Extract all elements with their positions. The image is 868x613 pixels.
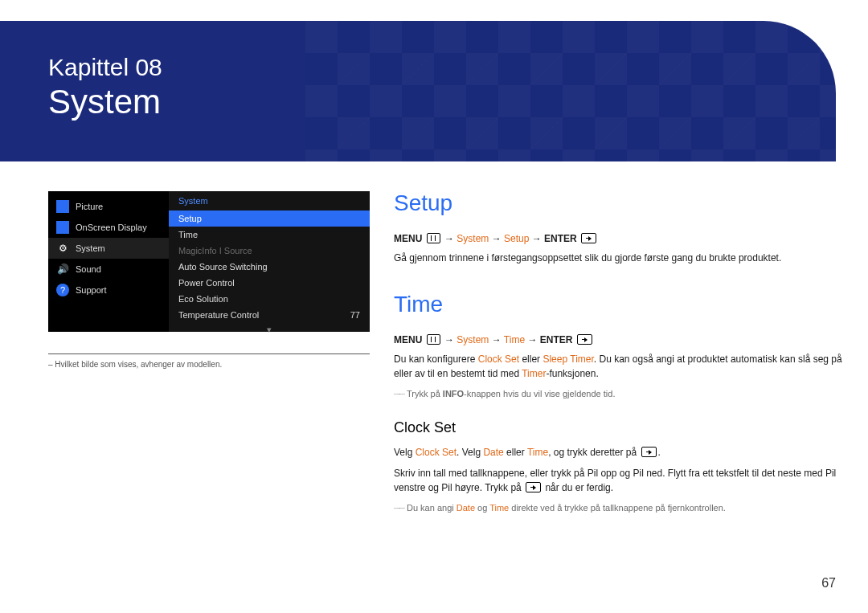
chapter-banner: Kapittel 08 System [0,21,836,161]
setup-path: MENU → System → Setup → ENTER [394,231,842,246]
date-term: Date [483,447,503,458]
enter-icon [581,233,596,243]
osd-item-label: Sound [76,264,101,274]
osd-row-label: Power Control [178,278,235,288]
osd-row-ecosolution: Eco Solution [169,291,370,307]
enter-icon [577,334,592,345]
chapter-label: Kapittel 08 [48,53,162,82]
text: når du er ferdig. [542,482,613,493]
osd-row-powercontrol: Power Control [169,275,370,291]
osd-row-label: Setup [178,214,202,223]
chevron-down-icon: ▾ [169,323,370,335]
time-term: Time [527,447,548,458]
clock-set-term: Clock Set [478,353,519,365]
osd-right-header: System [169,191,370,210]
clockset-hint: Du kan angi Date og Time direkte ved å t… [394,501,842,515]
osd-row-autosource: Auto Source Switching [169,259,370,275]
osd-row-label: Time [178,230,198,239]
text: Trykk på [407,389,443,398]
osd-row-label: MagicInfo I Source [178,246,252,255]
gear-icon [56,242,69,255]
picture-icon [56,200,69,213]
text: Du kan angi [407,503,457,513]
osd-item-system: System [48,238,169,259]
osd-item-label: OnScreen Display [76,223,147,232]
text: Skriv inn tall med tallknappene, eller t… [394,468,836,493]
text: . [658,447,661,458]
osd-row-tempcontrol: Temperature Control 77 [169,307,370,323]
path-system: System [457,334,489,345]
menu-icon [427,334,440,345]
osd-item-picture: Picture [48,196,169,217]
clockset-line2: Skriv inn tall med tallknappene, eller t… [394,466,842,495]
page: Kapittel 08 System Picture OnScreen Disp… [0,0,868,613]
text: eller [519,353,542,365]
osd-window: Picture OnScreen Display System Sound Su… [48,191,370,332]
osd-item-label: System [76,243,105,253]
date-term: Date [457,503,475,513]
speaker-icon [56,263,69,276]
text: . Velg [457,447,483,458]
osd-item-support: Support [48,280,169,300]
section-heading-setup: Setup [394,186,842,220]
clock-set-term: Clock Set [416,447,457,458]
help-icon [56,284,69,296]
osd-item-label: Picture [76,202,103,211]
menu-icon [427,233,440,243]
osd-footnote: – Hvilket bilde som vises, avhenger av m… [48,360,370,369]
osd-item-label: Support [76,285,107,295]
osd-item-sound: Sound [48,259,169,280]
timer-term: Timer [522,368,546,379]
osd-row-time: Time [169,227,370,243]
text: , og trykk deretter på [548,447,639,458]
osd-row-label: Temperature Control [178,310,259,320]
text: -funksjonen. [546,368,598,379]
path-time: Time [504,334,525,345]
osd-row-label: Eco Solution [178,294,228,304]
text: direkte ved å trykke på tallknappene på … [509,503,726,513]
onscreen-icon [56,221,69,234]
enter-icon [641,447,657,457]
footnote-text: Hvilket bilde som vises, avhenger av mod… [55,360,222,369]
info-key: INFO [443,389,464,398]
osd-item-onscreen: OnScreen Display [48,217,169,238]
time-body-line1: Du kan konfigurere Clock Set eller Sleep… [394,352,842,381]
setup-body: Gå gjennom trinnene i førstegangsoppsett… [394,251,842,265]
text: Velg [394,447,416,458]
path-enter: ENTER [544,233,577,244]
path-system: System [457,233,489,244]
chapter-title: System [48,84,162,121]
sleep-timer-term: Sleep Timer [542,353,593,365]
osd-left-panel: Picture OnScreen Display System Sound Su… [48,191,169,332]
time-hint: Trykk på INFO-knappen hvis du vil vise g… [394,387,842,401]
body-column: Setup MENU → System → Setup → ENTER Gå g… [394,186,842,514]
path-enter: ENTER [540,334,573,345]
text: eller [504,447,527,458]
time-term: Time [489,503,509,513]
time-path: MENU → System → Time → ENTER [394,333,842,347]
path-setup: Setup [504,233,529,244]
page-number: 67 [821,576,836,591]
subsection-heading-clockset: Clock Set [394,417,842,439]
text: og [475,503,489,513]
divider [48,353,370,354]
osd-row-magicinfo: MagicInfo I Source [169,243,370,259]
path-menu: MENU [394,233,422,244]
enter-icon [526,482,541,492]
osd-row-value: 77 [350,310,360,320]
clockset-line1: Velg Clock Set. Velg Date eller Time, og… [394,445,842,460]
path-menu: MENU [394,334,422,345]
section-heading-time: Time [394,288,842,321]
text: Du kan konfigurere [394,353,478,365]
osd-row-label: Auto Source Switching [178,262,268,272]
osd-row-setup: Setup [169,210,370,227]
text: -knappen hvis du vil vise gjeldende tid. [464,389,615,398]
dash-icon: – [48,360,53,369]
osd-right-panel: System Setup Time MagicInfo I Source Aut… [169,191,370,332]
